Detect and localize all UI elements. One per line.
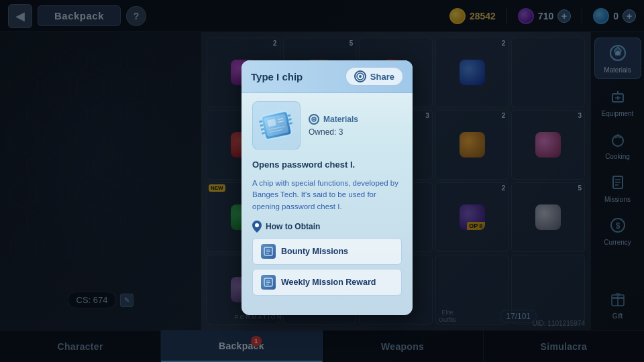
svg-point-67 <box>255 223 259 227</box>
category-icon <box>309 114 319 125</box>
modal-overlay: Type I chip Share <box>0 0 644 362</box>
modal-title: Type I chip <box>251 71 303 82</box>
item-category: Materials <box>309 114 402 125</box>
chip-modal: Type I chip Share <box>241 60 413 315</box>
share-label: Share <box>370 72 394 82</box>
obtain-bounty-button[interactable]: Bounty Missions <box>252 238 402 265</box>
obtain-header: How to Obtain <box>252 221 402 233</box>
obtain-section: How to Obtain Bounty Missions <box>252 221 402 296</box>
category-label: Materials <box>323 115 358 124</box>
svg-point-66 <box>313 119 315 121</box>
share-icon <box>354 70 366 82</box>
bounty-icon <box>261 244 276 259</box>
modal-body: Materials Owned: 3 Opens password chest … <box>241 93 413 308</box>
share-button[interactable]: Share <box>345 67 403 86</box>
svg-point-50 <box>359 75 362 78</box>
location-pin-icon <box>252 221 262 233</box>
item-preview-area: Materials Owned: 3 <box>252 101 402 149</box>
bounty-label: Bounty Missions <box>281 247 348 256</box>
obtain-weekly-button[interactable]: Weekly Mission Reward <box>252 269 402 296</box>
item-metadata: Materials Owned: 3 <box>309 114 402 137</box>
chip-svg <box>255 104 298 147</box>
weekly-icon <box>261 275 276 290</box>
item-desc-long: A chip with special functions, developed… <box>252 178 402 213</box>
modal-header: Type I chip Share <box>241 60 413 93</box>
item-desc-short: Opens password chest I. <box>252 159 402 171</box>
item-preview-image <box>252 101 301 149</box>
owned-label: Owned: 3 <box>309 127 402 137</box>
obtain-label: How to Obtain <box>266 222 320 231</box>
weekly-label: Weekly Mission Reward <box>281 278 376 287</box>
